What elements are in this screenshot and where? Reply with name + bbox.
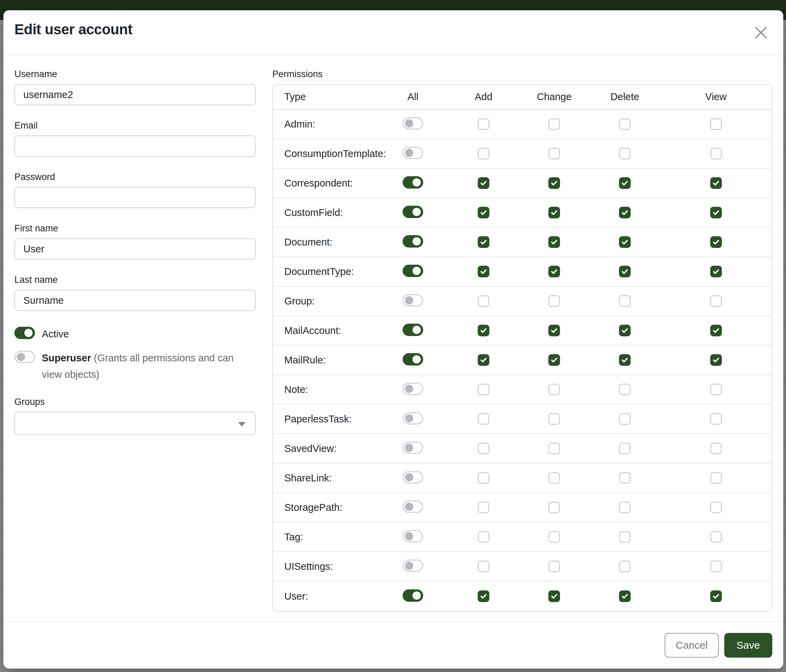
permission-change-checkbox[interactable] [549,413,560,425]
permission-add-checkbox[interactable] [478,561,489,572]
permission-add-checkbox[interactable] [478,354,489,366]
permission-change-checkbox[interactable] [549,531,560,543]
permission-view-checkbox[interactable] [710,502,722,513]
cancel-button[interactable]: Cancel [665,633,718,658]
permission-all-toggle[interactable] [402,235,423,248]
permission-change-checkbox[interactable] [549,236,560,248]
permission-all-toggle[interactable] [402,176,423,188]
permission-all-toggle[interactable] [402,323,423,336]
permission-add-checkbox[interactable] [478,236,489,248]
permission-view-checkbox[interactable] [710,472,722,484]
permission-delete-checkbox[interactable] [619,502,630,513]
permission-view-checkbox[interactable] [710,118,722,130]
permission-add-checkbox[interactable] [478,266,489,277]
permission-delete-checkbox[interactable] [619,443,630,454]
permission-view-checkbox[interactable] [710,443,722,454]
permission-view-checkbox[interactable] [710,561,722,572]
permission-add-checkbox[interactable] [478,531,489,543]
permission-delete-checkbox[interactable] [619,384,630,395]
permission-delete-checkbox[interactable] [619,266,630,277]
permission-view-checkbox[interactable] [710,236,722,248]
permission-all-toggle[interactable] [402,206,423,218]
permission-delete-checkbox[interactable] [619,207,630,218]
permission-add-checkbox[interactable] [478,472,489,484]
permission-all-toggle[interactable] [402,353,423,366]
permission-delete-checkbox[interactable] [619,148,630,159]
username-input[interactable] [14,84,256,105]
permission-change-checkbox[interactable] [549,325,560,336]
permission-add-checkbox[interactable] [478,148,489,159]
permission-delete-checkbox[interactable] [619,236,630,248]
permission-view-checkbox[interactable] [710,177,722,189]
password-input[interactable] [14,187,256,208]
permission-add-checkbox[interactable] [478,325,489,336]
permission-all-toggle[interactable] [402,559,423,572]
permission-add-checkbox[interactable] [478,295,489,307]
permission-view-checkbox[interactable] [710,266,722,277]
permission-all-toggle[interactable] [402,589,423,602]
permission-delete-checkbox[interactable] [619,531,630,543]
permission-delete-checkbox[interactable] [619,177,630,189]
permission-all-toggle[interactable] [402,501,423,513]
permission-change-checkbox[interactable] [549,207,560,218]
permission-change-checkbox[interactable] [549,177,560,189]
permission-change-checkbox[interactable] [549,590,560,602]
last-name-input[interactable] [14,290,256,311]
permission-all-toggle[interactable] [402,530,423,542]
first-name-input[interactable] [14,238,256,259]
permission-delete-checkbox[interactable] [619,590,630,602]
permission-view-checkbox[interactable] [710,384,722,395]
permission-add-checkbox[interactable] [478,590,489,602]
permission-view-checkbox[interactable] [710,354,722,366]
permission-add-checkbox[interactable] [478,413,489,425]
groups-select[interactable] [14,412,256,435]
permission-change-checkbox[interactable] [549,295,560,307]
permission-add-checkbox[interactable] [478,384,489,395]
permission-add-checkbox[interactable] [478,177,489,189]
permission-all-toggle[interactable] [402,383,423,395]
permission-view-checkbox[interactable] [710,590,722,602]
permission-change-checkbox[interactable] [549,354,560,366]
toggle-knob [413,178,421,187]
permission-change-checkbox[interactable] [549,443,560,454]
permission-view-checkbox[interactable] [710,295,722,307]
permission-delete-checkbox[interactable] [619,413,630,425]
permission-all-toggle[interactable] [402,117,423,130]
permission-change-checkbox[interactable] [549,502,560,513]
permission-delete-checkbox[interactable] [619,118,630,130]
permission-change-checkbox[interactable] [549,148,560,159]
permission-all-toggle[interactable] [402,294,423,306]
permission-row: Admin: [273,110,772,139]
permission-add-checkbox[interactable] [478,502,489,513]
close-button[interactable] [750,21,772,45]
permission-view-checkbox[interactable] [710,413,722,425]
permission-change-checkbox[interactable] [549,384,560,395]
email-input[interactable] [14,135,256,157]
permission-delete-checkbox[interactable] [619,295,630,307]
permission-all-toggle[interactable] [402,265,423,277]
permission-change-checkbox[interactable] [549,561,560,572]
permission-change-checkbox[interactable] [549,472,560,484]
permission-view-checkbox[interactable] [710,207,722,218]
permission-add-checkbox[interactable] [478,118,489,130]
permission-delete-checkbox[interactable] [619,354,630,366]
permission-view-checkbox[interactable] [710,325,722,336]
permission-change-checkbox[interactable] [549,118,560,130]
save-button[interactable]: Save [724,633,772,658]
check-icon [712,327,720,334]
permission-add-checkbox[interactable] [478,207,489,218]
permission-delete-checkbox[interactable] [619,561,630,572]
permission-all-toggle[interactable] [402,412,423,424]
permission-all-toggle[interactable] [402,471,423,484]
active-toggle[interactable] [14,327,35,339]
superuser-toggle[interactable] [14,351,35,363]
permission-all-toggle[interactable] [402,147,423,159]
permission-view-checkbox[interactable] [710,148,722,159]
permission-delete-checkbox[interactable] [619,472,630,484]
permission-view-checkbox[interactable] [710,531,722,543]
permission-add-checkbox[interactable] [478,443,489,454]
permission-all-toggle[interactable] [402,441,423,454]
permission-change-checkbox[interactable] [549,266,560,277]
permission-delete-checkbox[interactable] [619,325,630,336]
permission-row: ShareLink: [273,463,772,493]
